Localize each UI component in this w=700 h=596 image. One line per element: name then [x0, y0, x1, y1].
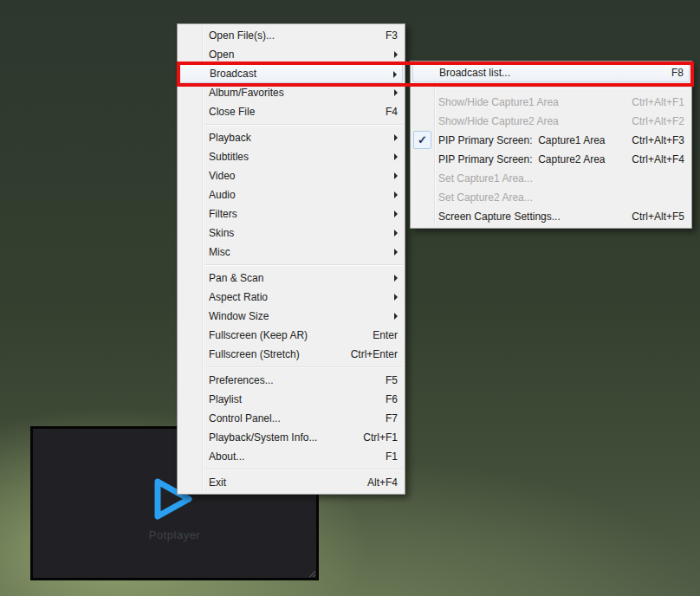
- menu-item-screen-capture-settings[interactable]: Screen Capture Settings...Ctrl+Alt+F5: [412, 207, 690, 226]
- menu-item-shortcut: Ctrl+Alt+F1: [632, 93, 684, 112]
- checkmark-icon: ✓: [413, 131, 431, 149]
- menu-item-shortcut: Ctrl+F1: [363, 428, 398, 447]
- menu-item-shortcut: Ctrl+Alt+F5: [632, 207, 684, 226]
- menu-item-pip-primary-screen-capture2-area[interactable]: PIP Primary Screen: Capture2 AreaCtrl+Al…: [412, 150, 690, 169]
- submenu-arrow-icon: [394, 153, 398, 160]
- submenu-arrow-icon: [394, 230, 398, 236]
- menu-item-shortcut: F7: [386, 409, 398, 428]
- menu-item-label: Set Capture1 Area...: [412, 169, 533, 188]
- menu-item-shortcut: F3: [386, 26, 398, 45]
- submenu-arrow-icon: [394, 51, 398, 58]
- menu-separator: [205, 264, 403, 266]
- menu-item-label: Pan & Scan: [179, 269, 263, 288]
- menu-item-set-capture1-area: Set Capture1 Area...: [412, 169, 690, 188]
- submenu-arrow-icon: [393, 71, 397, 78]
- menu-item-misc[interactable]: Misc: [179, 243, 403, 262]
- menu-item-album-favorites[interactable]: Album/Favorites: [179, 83, 403, 102]
- menu-item-label: Window Size: [179, 307, 269, 326]
- menu-item-shortcut: Ctrl+Alt+F2: [632, 112, 684, 131]
- menu-item-shortcut: F4: [386, 102, 398, 121]
- menu-item-skins[interactable]: Skins: [179, 224, 403, 243]
- submenu-arrow-icon: [394, 172, 398, 179]
- menu-item-open-file-s[interactable]: Open File(s)...F3: [179, 26, 403, 45]
- menu-item-audio[interactable]: Audio: [179, 185, 403, 204]
- submenu-arrow-icon: [394, 249, 398, 256]
- menu-item-label: Open File(s)...: [179, 26, 275, 45]
- menu-item-label: Broadcast: [180, 65, 256, 82]
- menu-item-filters[interactable]: Filters: [179, 204, 403, 224]
- submenu-arrow-icon: [394, 313, 398, 320]
- menu-item-shortcut: Ctrl+Alt+F3: [632, 131, 684, 150]
- menu-item-playback-system-info[interactable]: Playback/System Info...Ctrl+F1: [179, 428, 403, 447]
- menu-item-exit[interactable]: ExitAlt+F4: [179, 473, 403, 492]
- menu-item-open[interactable]: Open: [179, 45, 403, 64]
- context-menu-main: Open File(s)...F3OpenBroadcastAlbum/Favo…: [177, 23, 405, 495]
- menu-item-label: Screen Capture Settings...: [412, 207, 561, 226]
- menu-item-shortcut: F5: [386, 371, 398, 390]
- menu-item-preferences[interactable]: Preferences...F5: [179, 371, 403, 390]
- menu-item-label: PIP Primary Screen: Capture1 Area: [412, 131, 606, 150]
- menu-item-broadcast[interactable]: Broadcast: [179, 64, 403, 83]
- menu-item-show-hide-capture1-area: Show/Hide Capture1 AreaCtrl+Alt+F1: [412, 93, 690, 112]
- menu-item-label: Broadcast list...: [413, 64, 510, 81]
- menu-item-label: Misc: [179, 243, 230, 262]
- menu-item-shortcut: F8: [671, 64, 684, 81]
- menu-item-close-file[interactable]: Close FileF4: [179, 102, 403, 121]
- menu-item-label: Control Panel...: [179, 409, 281, 428]
- menu-item-video[interactable]: Video: [179, 166, 403, 185]
- resize-grip[interactable]: [307, 568, 315, 577]
- submenu-arrow-icon: [394, 211, 398, 217]
- menu-item-label: Playlist: [179, 390, 242, 409]
- menu-item-label: Video: [179, 166, 235, 185]
- menu-item-shortcut: F6: [386, 390, 398, 409]
- submenu-arrow-icon: [394, 89, 398, 96]
- menu-item-shortcut: Ctrl+Alt+F4: [632, 150, 684, 169]
- menu-item-label: Subtitles: [179, 147, 249, 166]
- menu-item-window-size[interactable]: Window Size: [179, 307, 403, 326]
- submenu-arrow-icon: [394, 294, 398, 301]
- menu-item-label: Aspect Ratio: [179, 288, 268, 307]
- menu-item-shortcut: Alt+F4: [367, 473, 398, 492]
- menu-item-label: PIP Primary Screen: Capture2 Area: [412, 150, 606, 169]
- menu-item-control-panel[interactable]: Control Panel...F7: [179, 409, 403, 428]
- menu-item-fullscreen-keep-ar[interactable]: Fullscreen (Keep AR)Enter: [179, 326, 403, 345]
- menu-item-pip-primary-screen-capture1-area[interactable]: ✓PIP Primary Screen: Capture1 AreaCtrl+A…: [412, 131, 690, 150]
- menu-item-label: About...: [179, 447, 244, 466]
- menu-item-label: Album/Favorites: [179, 83, 284, 102]
- menu-item-broadcast-list[interactable]: Broadcast list...F8: [412, 63, 690, 82]
- submenu-arrow-icon: [394, 275, 398, 282]
- menu-item-playlist[interactable]: PlaylistF6: [179, 390, 403, 409]
- menu-item-pan-scan[interactable]: Pan & Scan: [179, 269, 403, 288]
- menu-item-label: Audio: [179, 185, 236, 204]
- broadcast-submenu: Broadcast list...F8Show/Hide Capture1 Ar…: [410, 61, 692, 229]
- menu-item-label: Set Capture2 Area...: [412, 188, 533, 207]
- menu-separator: [205, 124, 403, 126]
- menu-item-shortcut: Enter: [373, 326, 398, 345]
- menu-item-subtitles[interactable]: Subtitles: [179, 147, 403, 166]
- menu-item-label: Open: [179, 45, 234, 64]
- menu-separator: [438, 87, 690, 88]
- menu-item-shortcut: F1: [386, 447, 398, 466]
- menu-item-label: Skins: [179, 224, 234, 243]
- submenu-arrow-icon: [394, 191, 398, 198]
- menu-item-label: Exit: [179, 473, 226, 492]
- menu-item-fullscreen-stretch[interactable]: Fullscreen (Stretch)Ctrl+Enter: [179, 345, 403, 364]
- submenu-arrow-icon: [394, 134, 398, 141]
- menu-item-label: Show/Hide Capture1 Area: [412, 93, 559, 112]
- menu-item-label: Playback/System Info...: [179, 428, 317, 447]
- menu-item-label: Filters: [179, 204, 237, 224]
- desktop-background: Potplayer Open File(s)...F3OpenBroadcast…: [0, 0, 700, 596]
- menu-item-playback[interactable]: Playback: [179, 128, 403, 147]
- menu-separator: [205, 469, 403, 470]
- menu-item-show-hide-capture2-area: Show/Hide Capture2 AreaCtrl+Alt+F2: [412, 112, 690, 131]
- menu-item-label: Close File: [179, 102, 255, 121]
- menu-item-aspect-ratio[interactable]: Aspect Ratio: [179, 288, 403, 307]
- menu-item-label: Fullscreen (Stretch): [179, 345, 300, 364]
- menu-separator: [205, 366, 403, 368]
- menu-item-label: Fullscreen (Keep AR): [179, 326, 308, 345]
- menu-item-label: Show/Hide Capture2 Area: [412, 112, 559, 131]
- menu-item-label: Playback: [179, 128, 251, 147]
- menu-item-set-capture2-area: Set Capture2 Area...: [412, 188, 690, 207]
- menu-item-shortcut: Ctrl+Enter: [351, 345, 398, 364]
- menu-item-about[interactable]: About...F1: [179, 447, 403, 466]
